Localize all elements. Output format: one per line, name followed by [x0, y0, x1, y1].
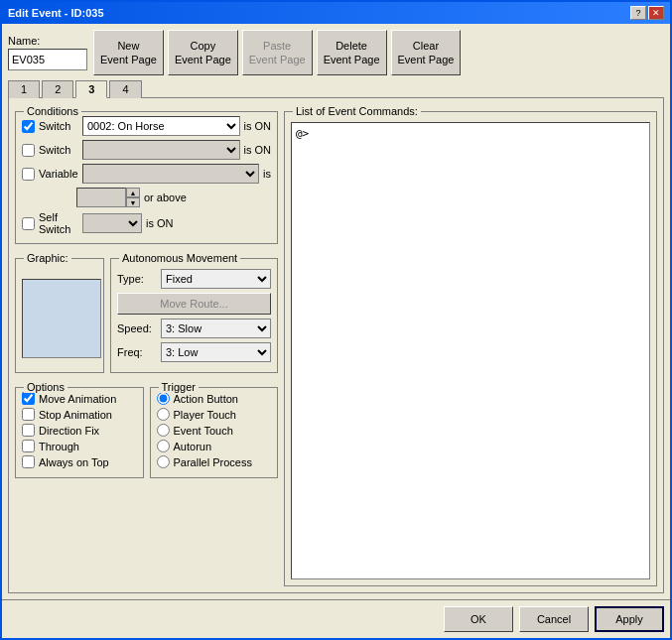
- spin-buttons: ▲ ▼: [126, 188, 140, 207]
- player-touch-row: Player Touch: [157, 408, 272, 421]
- freq-row: Freq: 1: Lowest 2: Lower 3: Low 4: High: [117, 342, 271, 362]
- type-row: Type: Fixed Random Approach Custom: [117, 269, 271, 289]
- player-touch-label: Player Touch: [174, 409, 236, 421]
- stop-animation-row: Stop Animation: [22, 408, 137, 421]
- paste-event-page-button[interactable]: PasteEvent Page: [242, 30, 313, 75]
- variable-value-row: ▲ ▼ or above: [22, 188, 271, 207]
- player-touch-radio[interactable]: [157, 408, 170, 421]
- always-on-top-row: Always on Top: [22, 455, 137, 468]
- variable-label: Variable: [39, 168, 78, 180]
- parallel-process-label: Parallel Process: [174, 456, 252, 468]
- variable-spin: ▲ ▼: [76, 188, 140, 207]
- always-on-top-checkbox[interactable]: [22, 455, 35, 468]
- switch2-checkbox[interactable]: [22, 144, 35, 157]
- switch1-select[interactable]: 0002: On Horse: [82, 116, 240, 136]
- trigger-group: Trigger Action Button Player Touch: [150, 387, 279, 478]
- right-panel: List of Event Commands: @>: [284, 103, 657, 586]
- conditions-group: Conditions Switch 0002: On Horse is ON: [15, 111, 278, 244]
- new-event-page-button[interactable]: NewEvent Page: [93, 30, 164, 75]
- help-button[interactable]: ?: [630, 6, 646, 20]
- switch2-label: Switch: [39, 144, 78, 156]
- footer: OK Cancel Apply: [2, 599, 670, 638]
- freq-label: Freq:: [117, 346, 157, 358]
- direction-fix-checkbox[interactable]: [22, 424, 35, 437]
- variable-select[interactable]: [82, 164, 259, 184]
- through-label: Through: [39, 441, 79, 452]
- tab-3[interactable]: 3: [75, 80, 107, 98]
- through-checkbox[interactable]: [22, 440, 35, 452]
- graphic-label: Graphic:: [24, 252, 71, 264]
- speed-select[interactable]: 1: x8 Slower 2: x4 Slower 3: Slow 4: Fas…: [161, 319, 271, 338]
- variable-value-input[interactable]: [76, 188, 126, 207]
- delete-event-page-button[interactable]: DeleteEvent Page: [317, 30, 387, 75]
- move-route-button[interactable]: Move Route...: [117, 293, 271, 315]
- graphic-group: Graphic:: [15, 258, 104, 373]
- switch2-row: Switch is ON: [22, 140, 271, 160]
- action-button-label: Action Button: [174, 393, 238, 405]
- autorun-label: Autorun: [174, 441, 212, 452]
- conditions-label: Conditions: [24, 105, 81, 117]
- tab-content: Conditions Switch 0002: On Horse is ON: [8, 97, 664, 593]
- type-label: Type:: [117, 273, 157, 285]
- freq-select[interactable]: 1: Lowest 2: Lower 3: Low 4: High: [161, 342, 271, 362]
- trigger-label: Trigger: [159, 381, 199, 393]
- autorun-radio[interactable]: [157, 440, 170, 452]
- graphic-preview[interactable]: [22, 279, 101, 358]
- close-button[interactable]: ✕: [648, 6, 664, 20]
- action-button-row: Action Button: [157, 392, 272, 405]
- window-title: Edit Event - ID:035: [8, 7, 104, 19]
- event-commands-label: List of Event Commands:: [293, 105, 421, 117]
- variable-row: Variable is: [22, 164, 271, 184]
- move-animation-row: Move Animation: [22, 392, 137, 405]
- tab-2[interactable]: 2: [42, 80, 73, 98]
- self-switch-select[interactable]: [82, 213, 142, 233]
- parallel-process-row: Parallel Process: [157, 455, 272, 468]
- main-area: Conditions Switch 0002: On Horse is ON: [15, 103, 657, 586]
- direction-fix-row: Direction Fix: [22, 424, 137, 437]
- content-area: Name: NewEvent Page CopyEvent Page Paste…: [2, 24, 670, 599]
- self-switch-suffix: is ON: [146, 217, 174, 229]
- spin-up-button[interactable]: ▲: [126, 188, 140, 197]
- name-section: Name:: [8, 35, 87, 70]
- autorun-row: Autorun: [157, 440, 272, 452]
- left-panel: Conditions Switch 0002: On Horse is ON: [15, 103, 278, 586]
- stop-animation-checkbox[interactable]: [22, 408, 35, 421]
- switch2-select[interactable]: [82, 140, 240, 160]
- event-touch-row: Event Touch: [157, 424, 272, 437]
- self-switch-checkbox[interactable]: [22, 217, 35, 230]
- switch2-suffix: is ON: [244, 144, 272, 156]
- copy-event-page-button[interactable]: CopyEvent Page: [168, 30, 238, 75]
- type-select[interactable]: Fixed Random Approach Custom: [161, 269, 271, 289]
- event-commands-group: List of Event Commands: @>: [284, 111, 657, 586]
- switch1-checkbox[interactable]: [22, 120, 35, 133]
- action-button-radio[interactable]: [157, 392, 170, 405]
- self-switch-label: SelfSwitch: [39, 211, 78, 235]
- graphic-autonomous-section: Graphic: Autonomous Movement Type: Fixed: [15, 250, 278, 373]
- options-group: Options Move Animation Stop Animation: [15, 387, 144, 478]
- ok-button[interactable]: OK: [444, 606, 513, 632]
- event-touch-radio[interactable]: [157, 424, 170, 437]
- always-on-top-label: Always on Top: [39, 456, 109, 468]
- event-command-entry: @>: [296, 127, 309, 140]
- spin-down-button[interactable]: ▼: [126, 197, 140, 207]
- speed-label: Speed:: [117, 322, 157, 334]
- top-row: Name: NewEvent Page CopyEvent Page Paste…: [8, 30, 664, 75]
- move-animation-checkbox[interactable]: [22, 392, 35, 405]
- clear-event-page-button[interactable]: ClearEvent Page: [391, 30, 462, 75]
- cancel-button[interactable]: Cancel: [519, 606, 589, 632]
- move-animation-label: Move Animation: [39, 393, 116, 405]
- switch1-row: Switch 0002: On Horse is ON: [22, 116, 271, 136]
- tab-1[interactable]: 1: [8, 80, 40, 98]
- apply-button[interactable]: Apply: [595, 606, 664, 632]
- event-commands-area[interactable]: @>: [291, 122, 650, 579]
- parallel-process-radio[interactable]: [157, 455, 170, 468]
- variable-checkbox[interactable]: [22, 168, 35, 181]
- options-trigger-section: Options Move Animation Stop Animation: [15, 379, 278, 478]
- speed-row: Speed: 1: x8 Slower 2: x4 Slower 3: Slow…: [117, 319, 271, 338]
- title-bar: Edit Event - ID:035 ? ✕: [2, 2, 670, 24]
- tab-4[interactable]: 4: [109, 80, 141, 98]
- direction-fix-label: Direction Fix: [39, 425, 99, 437]
- stop-animation-label: Stop Animation: [39, 409, 112, 421]
- name-input[interactable]: [8, 49, 87, 70]
- tab-bar: 1 2 3 4: [8, 79, 664, 98]
